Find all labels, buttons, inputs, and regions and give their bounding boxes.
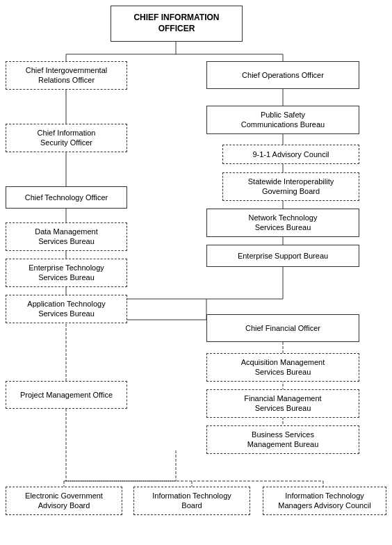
sigb-box: Statewide Interoperability Governing Boa… (222, 172, 359, 201)
org-chart: CHIEF INFORMATION OFFICER Chief Intergov… (0, 0, 392, 14)
ciso-box: Chief Information Security Officer (6, 124, 127, 152)
esb-box: Enterprise Support Bureau (206, 245, 359, 267)
itb-box: Information Technology Board (133, 487, 250, 515)
dmsb-box: Data Management Services Bureau (6, 222, 127, 251)
fmsb-box: Financial Management Services Bureau (206, 389, 359, 418)
cto-box: Chief Technology Officer (6, 186, 127, 209)
bsmb-box: Business Services Management Bureau (206, 425, 359, 454)
atsb-box: Application Technology Services Bureau (6, 295, 127, 323)
pmo-box: Project Management Office (6, 381, 127, 409)
cfo-box: Chief Financial Officer (206, 314, 359, 342)
advisory911-box: 9-1-1 Advisory Council (222, 145, 359, 164)
pscb-box: Public Safety Communications Bureau (206, 106, 359, 134)
etsb-box: Enterprise Technology Services Bureau (6, 259, 127, 287)
amsb-box: Acquisition Management Services Bureau (206, 353, 359, 382)
ciro-box: Chief Intergovernmental Relations Office… (6, 61, 127, 90)
egab-box: Electronic Government Advisory Board (6, 487, 122, 515)
ntsb-box: Network Technology Services Bureau (206, 209, 359, 237)
coo-box: Chief Operations Officer (206, 61, 359, 89)
itmac-box: Information Technology Managers Advisory… (263, 487, 386, 515)
cio-box: CHIEF INFORMATION OFFICER (111, 6, 243, 42)
